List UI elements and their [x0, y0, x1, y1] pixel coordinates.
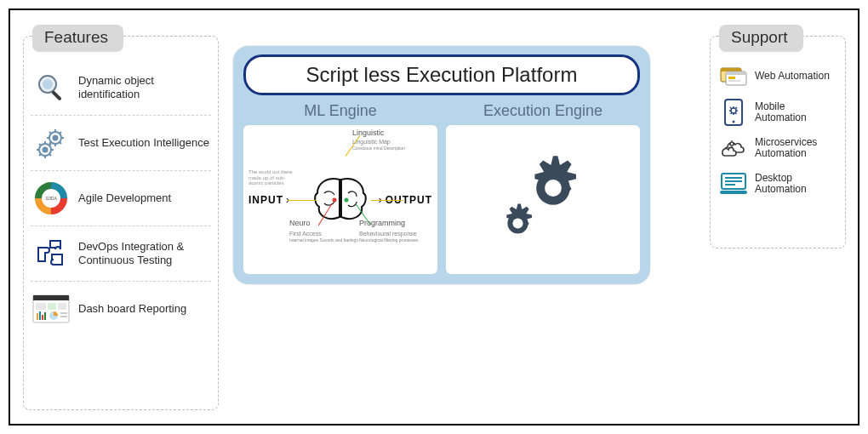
svg-rect-2 — [51, 90, 62, 101]
ml-connector — [288, 200, 317, 201]
svg-rect-31 — [726, 71, 746, 75]
platform-title: Script less Execution Platform — [243, 54, 640, 95]
mobile-icon — [719, 98, 748, 127]
ml-engine-body: The world out there made up of sub-atomi… — [243, 125, 437, 274]
features-panel: Features Dynamic object identification — [23, 36, 219, 410]
svg-rect-40 — [725, 180, 742, 182]
svg-point-22 — [333, 197, 337, 202]
support-list: Web Automation Mobile Automation — [711, 37, 845, 208]
ml-label-programming: Programming — [359, 219, 405, 227]
puzzle-icon — [32, 235, 70, 272]
diagram-frame: Features Dynamic object identification — [9, 9, 859, 425]
svg-point-23 — [345, 197, 349, 202]
svg-point-1 — [43, 79, 53, 89]
svg-rect-18 — [44, 312, 46, 320]
ml-engine-col: ML Engine The world out there made up of… — [243, 99, 437, 274]
svg-point-37 — [730, 142, 734, 146]
svg-point-35 — [733, 121, 735, 123]
feature-label: Agile Development — [78, 191, 171, 205]
svg-point-4 — [54, 136, 58, 140]
ml-diagram: The world out there made up of sub-atomi… — [243, 125, 437, 274]
svg-rect-12 — [36, 303, 46, 310]
features-list: Dynamic object identification Test Execu… — [24, 37, 218, 343]
exec-engine-body — [446, 125, 640, 274]
engines-row: ML Engine The world out there made up of… — [243, 99, 640, 274]
ml-label-linguistic-map: Linguistic Map — [352, 139, 391, 145]
gears-icon — [32, 124, 70, 162]
ml-label-linguistic: Linguistic — [352, 128, 385, 137]
feature-label: Dash board Reporting — [78, 302, 186, 316]
agile-icon: 3JIDA — [32, 180, 70, 217]
support-panel: Support Web Automation — [710, 36, 846, 248]
svg-rect-29 — [721, 68, 741, 71]
desktop-icon — [719, 169, 748, 198]
svg-rect-14 — [58, 303, 66, 310]
svg-rect-39 — [725, 177, 742, 179]
svg-rect-42 — [720, 191, 747, 194]
feature-label: Test Execution Intelligence — [78, 136, 209, 150]
feature-item: 3JIDA Agile Development — [31, 171, 211, 226]
web-icon — [719, 62, 748, 91]
svg-rect-21 — [60, 316, 67, 317]
feature-item: Dynamic object identification — [31, 60, 211, 116]
svg-point-6 — [43, 148, 48, 152]
svg-point-27 — [512, 218, 523, 228]
platform-card: Script less Execution Platform ML Engine… — [233, 46, 650, 284]
support-label: Mobile Automation — [755, 101, 837, 123]
ml-input-label: INPUT› — [248, 194, 293, 206]
support-item: Desktop Automation — [717, 166, 838, 202]
svg-rect-20 — [60, 312, 67, 314]
svg-rect-32 — [728, 77, 735, 79]
svg-rect-33 — [728, 80, 740, 82]
feature-label: Dynamic object identification — [78, 74, 209, 100]
feature-item: Dash board Reporting — [31, 282, 211, 336]
ml-label-first-access: First Access — [289, 231, 322, 237]
ml-label-first-access-sub: Internal images Sounds and feelings — [289, 237, 358, 243]
ml-label-behavioural: Behavioural response — [359, 231, 417, 237]
svg-rect-15 — [37, 313, 38, 320]
features-title: Features — [32, 25, 123, 52]
svg-text:3JIDA: 3JIDA — [45, 196, 57, 201]
ml-label-linguistic-sub: Conscious mind Description — [352, 146, 405, 151]
svg-rect-41 — [725, 184, 735, 186]
svg-rect-17 — [42, 315, 43, 320]
feature-label: DevOps Integration & Continuous Testing — [78, 240, 209, 266]
support-item: Microservices Automation — [717, 130, 838, 166]
svg-rect-13 — [48, 303, 56, 310]
support-label: Desktop Automation — [755, 173, 837, 195]
support-label: Web Automation — [755, 71, 830, 82]
ml-engine-title: ML Engine — [243, 99, 437, 125]
magnifier-icon — [32, 69, 70, 106]
feature-item: Test Execution Intelligence — [31, 116, 211, 171]
ml-input-note: The world out there made up of sub-atomi… — [248, 169, 300, 186]
svg-rect-11 — [33, 295, 69, 300]
exec-engine-col: Execution Engine — [446, 99, 640, 274]
gear-icon — [494, 200, 541, 247]
svg-rect-16 — [39, 311, 41, 320]
ml-connector — [371, 200, 403, 201]
ml-label-behavioural-sub: Neurological filtering processes — [359, 237, 418, 243]
support-item: Web Automation — [717, 59, 838, 94]
exec-engine-title: Execution Engine — [446, 99, 640, 125]
support-item: Mobile Automation — [717, 94, 838, 130]
svg-point-25 — [545, 180, 562, 197]
support-title: Support — [719, 25, 803, 52]
dashboard-icon — [32, 290, 70, 328]
feature-item: DevOps Integration & Continuous Testing — [31, 226, 211, 282]
ml-label-neuro: Neuro — [289, 219, 311, 227]
cloud-icon — [719, 134, 748, 163]
gears-graphic — [479, 145, 607, 255]
brain-icon — [311, 174, 370, 226]
support-label: Microservices Automation — [755, 137, 837, 159]
